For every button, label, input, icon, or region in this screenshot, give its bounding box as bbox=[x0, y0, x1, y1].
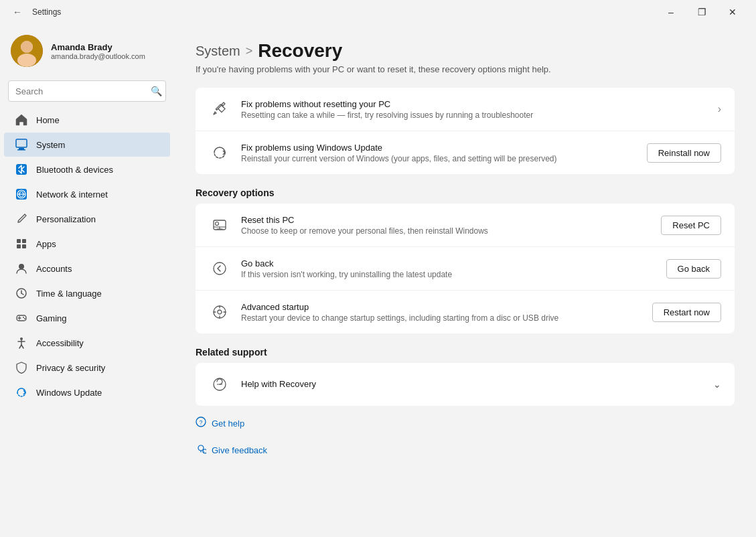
minimize-button[interactable]: – bbox=[656, 2, 686, 22]
svg-point-22 bbox=[24, 318, 25, 319]
fix-windows-update-item: Fix problems using Windows Update Reinst… bbox=[196, 131, 735, 174]
window-controls: – ❐ ✕ bbox=[656, 2, 748, 22]
fix-no-reset-title: Fix problems without resetting your PC bbox=[241, 99, 707, 109]
svg-point-2 bbox=[17, 54, 36, 67]
breadcrumb: System > Recovery bbox=[196, 40, 735, 62]
restart-now-button[interactable]: Restart now bbox=[652, 303, 721, 322]
page-description: If you're having problems with your PC o… bbox=[196, 64, 735, 74]
sidebar-label-gaming: Gaming bbox=[36, 313, 67, 323]
svg-point-21 bbox=[23, 317, 24, 318]
give-feedback-link[interactable]: Give feedback bbox=[196, 441, 735, 459]
svg-rect-10 bbox=[17, 239, 21, 243]
help-recovery-item[interactable]: Help with Recovery ⌄ bbox=[196, 363, 735, 406]
svg-point-43 bbox=[203, 449, 206, 453]
time-icon bbox=[15, 287, 28, 300]
sidebar-item-bluetooth[interactable]: Bluetooth & devices bbox=[4, 157, 170, 181]
search-icon[interactable]: 🔍 bbox=[151, 86, 162, 96]
go-back-title: Go back bbox=[241, 258, 656, 268]
svg-rect-11 bbox=[22, 239, 26, 243]
help-recovery-title: Help with Recovery bbox=[241, 379, 702, 389]
sidebar-nav: Home System bbox=[0, 107, 174, 405]
sidebar-label-time: Time & language bbox=[36, 289, 102, 299]
sidebar-item-time[interactable]: Time & language bbox=[4, 281, 170, 305]
window-title: Settings bbox=[32, 7, 61, 17]
reset-pc-item: Reset this PC Choose to keep or remove y… bbox=[196, 204, 735, 246]
get-help-link[interactable]: ? Get help bbox=[196, 414, 735, 433]
sidebar-item-personalization[interactable]: Personalization bbox=[4, 207, 170, 231]
reset-pc-title: Reset this PC bbox=[241, 215, 650, 225]
user-name: Amanda Brady bbox=[51, 42, 145, 52]
svg-line-17 bbox=[21, 293, 23, 295]
avatar bbox=[11, 35, 43, 67]
svg-rect-4 bbox=[16, 139, 27, 147]
sidebar-label-personalization: Personalization bbox=[36, 214, 96, 224]
reset-pc-button[interactable]: Reset PC bbox=[661, 216, 721, 235]
sidebar-label-update: Windows Update bbox=[36, 388, 102, 398]
accounts-icon bbox=[15, 262, 28, 275]
sidebar-label-home: Home bbox=[36, 115, 60, 125]
fix-update-icon bbox=[209, 142, 230, 163]
svg-point-42 bbox=[198, 445, 204, 451]
svg-point-31 bbox=[214, 262, 226, 275]
sidebar-label-system: System bbox=[36, 140, 65, 150]
fix-no-reset-action: › bbox=[718, 103, 721, 115]
fix-no-reset-item: Fix problems without resetting your PC R… bbox=[196, 88, 735, 131]
gaming-icon bbox=[15, 311, 28, 325]
go-back-action: Go back bbox=[666, 259, 721, 279]
svg-rect-6 bbox=[17, 149, 25, 151]
privacy-icon bbox=[15, 361, 28, 374]
sidebar-item-system[interactable]: System bbox=[4, 133, 170, 157]
svg-point-14 bbox=[19, 264, 24, 269]
app-body: Amanda Brady amanda.brady@outlook.com 🔍 … bbox=[0, 24, 756, 537]
personalization-icon bbox=[15, 212, 28, 226]
chevron-down-icon: ⌄ bbox=[713, 379, 721, 390]
advanced-startup-title: Advanced startup bbox=[241, 302, 641, 312]
sidebar-item-update[interactable]: Windows Update bbox=[4, 380, 170, 404]
advanced-startup-text: Advanced startup Restart your device to … bbox=[241, 302, 641, 323]
fix-update-desc: Reinstall your current version of Window… bbox=[241, 154, 636, 163]
bluetooth-icon bbox=[15, 163, 28, 176]
search-input[interactable] bbox=[8, 80, 166, 102]
sidebar-item-home[interactable]: Home bbox=[4, 108, 170, 132]
network-icon bbox=[15, 187, 28, 201]
recovery-options-title: Recovery options bbox=[196, 187, 735, 198]
reinstall-now-button[interactable]: Reinstall now bbox=[647, 143, 721, 163]
sidebar-item-gaming[interactable]: Gaming bbox=[4, 306, 170, 330]
svg-line-26 bbox=[19, 345, 21, 348]
title-bar-left: ← Settings bbox=[8, 3, 61, 21]
sidebar-label-accounts: Accounts bbox=[36, 264, 72, 274]
go-back-text: Go back If this version isn't working, t… bbox=[241, 258, 656, 279]
svg-point-29 bbox=[216, 222, 219, 226]
apps-icon bbox=[15, 237, 28, 250]
get-help-label: Get help bbox=[212, 418, 244, 429]
breadcrumb-parent: System bbox=[196, 44, 240, 59]
sidebar-item-privacy[interactable]: Privacy & security bbox=[4, 356, 170, 380]
back-button[interactable]: ← bbox=[8, 3, 27, 21]
svg-point-33 bbox=[218, 310, 222, 314]
sidebar-label-privacy: Privacy & security bbox=[36, 363, 105, 373]
help-recovery-text: Help with Recovery bbox=[241, 379, 702, 390]
chevron-right-icon: › bbox=[718, 103, 721, 114]
sidebar-item-accounts[interactable]: Accounts bbox=[4, 256, 170, 281]
maximize-button[interactable]: ❐ bbox=[686, 2, 717, 22]
sidebar-label-network: Network & internet bbox=[36, 189, 108, 200]
sidebar-item-accessibility[interactable]: Accessibility bbox=[4, 331, 170, 355]
go-back-desc: If this version isn't working, try unins… bbox=[241, 270, 656, 279]
home-icon bbox=[15, 113, 28, 127]
advanced-startup-icon bbox=[209, 301, 230, 323]
close-button[interactable]: ✕ bbox=[717, 2, 748, 22]
sidebar-label-bluetooth: Bluetooth & devices bbox=[36, 165, 113, 175]
svg-rect-13 bbox=[22, 244, 26, 248]
sidebar-item-apps[interactable]: Apps bbox=[4, 232, 170, 256]
sidebar-item-network[interactable]: Network & internet bbox=[4, 182, 170, 206]
go-back-icon bbox=[209, 258, 230, 279]
recovery-options-card: Reset this PC Choose to keep or remove y… bbox=[196, 204, 735, 333]
system-icon bbox=[15, 138, 28, 151]
title-bar: ← Settings – ❐ ✕ bbox=[0, 0, 756, 24]
svg-rect-12 bbox=[17, 244, 21, 248]
go-back-button[interactable]: Go back bbox=[666, 259, 721, 279]
give-feedback-icon bbox=[196, 443, 206, 457]
reset-pc-text: Reset this PC Choose to keep or remove y… bbox=[241, 215, 650, 236]
related-support-title: Related support bbox=[196, 347, 735, 358]
reset-pc-action: Reset PC bbox=[661, 216, 721, 235]
